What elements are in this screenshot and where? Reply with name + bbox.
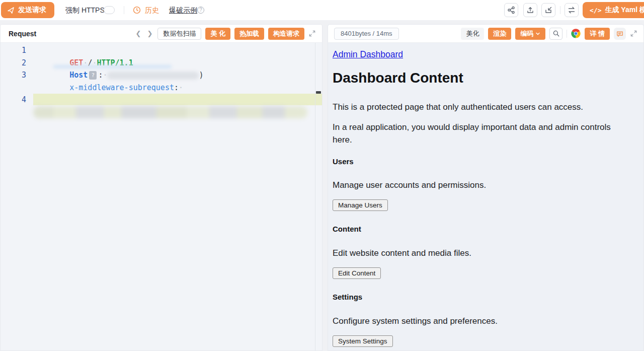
app-window: { "colors": { "accent_orange": "#f18b45"… xyxy=(0,0,644,351)
request-editor[interactable]: 1 GET·/·HTTP/1.1 2 Host?:·) 3 x-middlewa… xyxy=(1,43,322,350)
force-https-label: 强制 HTTPS xyxy=(65,0,105,20)
encode-label: 编码 xyxy=(520,29,533,38)
edit-content-button[interactable]: Edit Content xyxy=(333,267,381,279)
generate-yaml-button[interactable]: </> 生成 Yaml 模板 xyxy=(583,2,644,18)
top-toolbar: 发送请求 强制 HTTPS 历史 爆破示例 ? </> 生成 Yaml 模板 xyxy=(0,0,644,20)
line-number: 3 xyxy=(1,69,33,82)
line-number: 4 xyxy=(1,94,33,105)
hot-reload-button[interactable]: 热加载 xyxy=(234,28,264,40)
send-request-label: 发送请求 xyxy=(18,6,46,15)
section-description: Edit website content and media files. xyxy=(333,247,471,259)
section-description: Configure system settings and preference… xyxy=(333,315,498,327)
comment-bubble-icon xyxy=(616,30,623,37)
history-button[interactable]: 历史 xyxy=(145,0,159,20)
clock-icon xyxy=(133,6,141,14)
current-line-highlight xyxy=(33,94,322,105)
beautify-request-button[interactable]: 美 化 xyxy=(205,28,230,40)
swap-button[interactable] xyxy=(565,3,579,17)
admin-dashboard-link[interactable]: Admin Dashboard xyxy=(333,49,403,60)
fullscreen-icon[interactable] xyxy=(308,30,316,37)
encode-dropdown-button[interactable]: 编码 xyxy=(515,28,545,40)
request-panel: Request ❮ ❯ 数据包扫描 美 化 热加载 构造请求 1 GET·/·H… xyxy=(0,24,323,351)
line-number: 1 xyxy=(1,44,33,57)
generate-yaml-label: 生成 Yaml 模板 xyxy=(605,6,644,15)
line-number-empty xyxy=(1,82,33,94)
code-line-3-wrap xyxy=(1,82,322,94)
code-line-4: 4 xyxy=(1,94,322,105)
force-https-toggle[interactable] xyxy=(104,6,115,14)
render-button[interactable]: 渲染 xyxy=(488,28,511,40)
construct-request-button[interactable]: 构造请求 xyxy=(268,28,304,40)
search-button[interactable] xyxy=(549,28,562,40)
share-icon xyxy=(507,6,515,14)
section-title-users: Users xyxy=(333,157,354,166)
line-number: 2 xyxy=(1,57,33,69)
blast-example-link[interactable]: 爆破示例 xyxy=(169,0,197,20)
share-button[interactable] xyxy=(504,3,518,17)
fullscreen-icon[interactable] xyxy=(630,30,637,37)
paper-plane-icon xyxy=(7,7,15,14)
page-heading: Dashboard Content xyxy=(333,70,463,86)
history-back-chevron[interactable]: ❮ xyxy=(135,30,142,37)
request-panel-header: Request ❮ ❯ 数据包扫描 美 化 热加载 构造请求 xyxy=(1,25,322,43)
request-title: Request xyxy=(9,30,36,38)
rendered-response-page: Admin Dashboard Dashboard Content This i… xyxy=(328,43,643,350)
redacted-host-value xyxy=(107,72,199,80)
section-title-content: Content xyxy=(333,225,361,233)
code-line-1: 1 GET·/·HTTP/1.1 xyxy=(1,44,322,57)
history-forward-chevron[interactable]: ❯ xyxy=(146,30,153,37)
manage-users-button[interactable]: Manage Users xyxy=(333,199,388,211)
intro-paragraph: In a real application, you would display… xyxy=(333,121,622,146)
comment-button[interactable] xyxy=(614,28,626,40)
editor-scrollbar[interactable] xyxy=(315,43,322,350)
search-icon xyxy=(552,30,560,37)
chevron-down-icon xyxy=(535,31,540,36)
code-icon: </> xyxy=(590,7,601,14)
beautify-response-button[interactable]: 美化 xyxy=(461,28,484,40)
import-button[interactable] xyxy=(541,3,555,17)
details-button[interactable]: 详 情 xyxy=(585,28,610,40)
redacted-subrequest-value xyxy=(33,106,307,118)
scrollbar-thumb[interactable] xyxy=(316,91,321,94)
response-stats-badge: 8401bytes / 14ms xyxy=(334,28,399,40)
packet-scan-button[interactable]: 数据包扫描 xyxy=(157,28,201,40)
redaction-artifact xyxy=(53,65,172,68)
import-icon xyxy=(544,6,552,14)
chrome-icon[interactable] xyxy=(571,29,581,38)
toolbar-divider xyxy=(124,6,124,14)
export-icon xyxy=(526,6,534,14)
header-divider xyxy=(567,30,567,38)
question-circle-icon: ? xyxy=(197,7,204,14)
section-description: Manage user accounts and permissions. xyxy=(333,179,486,191)
send-request-button[interactable]: 发送请求 xyxy=(1,2,54,18)
response-panel: 8401bytes / 14ms 美化 渲染 编码 xyxy=(328,24,644,351)
system-settings-button[interactable]: System Settings xyxy=(333,335,393,347)
toolbar-divider xyxy=(560,6,560,14)
export-button[interactable] xyxy=(523,3,537,17)
section-title-settings: Settings xyxy=(333,293,362,301)
response-panel-header: 8401bytes / 14ms 美化 渲染 编码 xyxy=(328,25,643,43)
intro-paragraph: This is a protected page that only authe… xyxy=(333,101,583,113)
swap-arrows-icon xyxy=(568,6,576,14)
